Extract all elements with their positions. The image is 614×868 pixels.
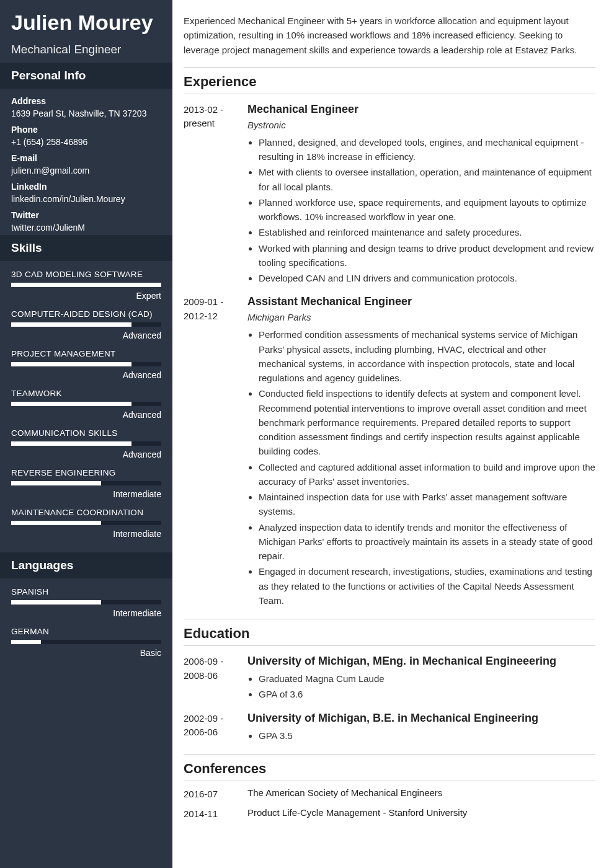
skill-level: Intermediate xyxy=(11,529,161,539)
skill-bar-fill xyxy=(11,521,101,525)
resume-page: Julien Mourey Mechanical Engineer Person… xyxy=(0,0,614,868)
skill-level: Expert xyxy=(11,291,161,301)
person-name: Julien Mourey xyxy=(11,11,161,34)
skill-name: TEAMWORK xyxy=(11,389,161,398)
bullet-item: Worked with planning and design teams to… xyxy=(259,241,595,270)
skill-name: SPANISH xyxy=(11,587,161,596)
entry-dates: 2013-02 - present xyxy=(184,103,236,287)
entry-title: University of Michigan, MEng. in Mechani… xyxy=(247,655,595,668)
entry-dates: 2009-01 - 2012-12 xyxy=(184,295,236,609)
skill-level: Intermediate xyxy=(11,608,161,618)
email-value: julien.m@gmail.com xyxy=(11,166,161,175)
experience-list: 2013-02 - presentMechanical EngineerByst… xyxy=(184,103,595,609)
entry-title: Mechanical Engineer xyxy=(247,103,595,116)
skill-level: Basic xyxy=(11,648,161,658)
bullet-list: Planned, designed, and developed tools, … xyxy=(247,135,595,286)
skill-item: REVERSE ENGINEERINGIntermediate xyxy=(11,468,161,499)
skill-level: Advanced xyxy=(11,450,161,459)
skill-bar xyxy=(11,481,161,485)
bullet-item: Performed condition assessments of mecha… xyxy=(259,327,595,385)
twitter-label: Twitter xyxy=(11,210,161,220)
skill-level: Advanced xyxy=(11,370,161,380)
skill-bar xyxy=(11,362,161,366)
education-list: 2006-09 - 2008-06University of Michigan,… xyxy=(184,655,595,744)
skill-item: 3D CAD MODELING SOFTWAREExpert xyxy=(11,270,161,301)
bullet-item: Graduated Magna Cum Laude xyxy=(259,671,595,686)
linkedin-value: linkedin.com/in/Julien.Mourey xyxy=(11,194,161,204)
languages-list: SPANISHIntermediateGERMANBasic xyxy=(0,578,172,671)
conferences-heading: Conferences xyxy=(184,761,595,777)
entry-title: University of Michigan, B.E. in Mechanic… xyxy=(247,712,595,725)
skill-name: GERMAN xyxy=(11,627,161,636)
personal-info: Address 1639 Pearl St, Nashville, TN 372… xyxy=(0,89,172,235)
divider xyxy=(184,754,595,755)
skill-item: SPANISHIntermediate xyxy=(11,587,161,618)
bullet-list: Performed condition assessments of mecha… xyxy=(247,327,595,608)
bullet-item: Maintained inspection data for use with … xyxy=(259,490,595,519)
bullet-item: Planned workforce use, space requirement… xyxy=(259,195,595,224)
skill-name: REVERSE ENGINEERING xyxy=(11,468,161,477)
bullet-item: GPA of 3.6 xyxy=(259,687,595,701)
divider xyxy=(184,781,595,781)
skill-item: GERMANBasic xyxy=(11,627,161,658)
divider xyxy=(184,645,595,646)
address-label: Address xyxy=(11,96,161,106)
skill-bar-fill xyxy=(11,481,101,485)
entry-dates: 2002-09 - 2006-06 xyxy=(184,712,236,744)
skill-bar-fill xyxy=(11,322,131,327)
summary-text: Experienced Mechanical Engineer with 5+ … xyxy=(184,14,595,57)
email-label: E-mail xyxy=(11,153,161,163)
skill-level: Advanced xyxy=(11,410,161,420)
entry-title: Assistant Mechanical Engineer xyxy=(247,295,595,308)
bullet-item: Met with clients to oversee installation… xyxy=(259,165,595,194)
divider xyxy=(184,619,595,619)
skill-bar-fill xyxy=(11,600,101,604)
address-value: 1639 Pearl St, Nashville, TN 37203 xyxy=(11,108,161,118)
divider xyxy=(184,94,595,94)
conference-date: 2014-11 xyxy=(184,807,236,822)
education-heading: Education xyxy=(184,626,595,642)
skill-bar-fill xyxy=(11,283,161,287)
entry-company: Bystronic xyxy=(247,120,595,130)
skill-name: MAINTENANCE COORDINATION xyxy=(11,508,161,517)
conference-name: Product Life-Cycle Management - Stanford… xyxy=(247,807,467,822)
linkedin-label: LinkedIn xyxy=(11,182,161,192)
conference-row: 2016-07The American Society of Mechanica… xyxy=(184,787,595,802)
divider xyxy=(184,67,595,68)
skill-bar xyxy=(11,322,161,327)
bullet-item: Conducted field inspections to identify … xyxy=(259,386,595,458)
skill-bar xyxy=(11,600,161,604)
skill-bar xyxy=(11,521,161,525)
entry-company: Michigan Parks xyxy=(247,312,595,322)
bullet-item: Engaged in document research, investigat… xyxy=(259,564,595,608)
twitter-value: twitter.com/JulienM xyxy=(11,223,161,232)
bullet-list: GPA 3.5 xyxy=(247,728,595,743)
skill-bar-fill xyxy=(11,640,41,644)
skill-bar xyxy=(11,283,161,287)
bullet-item: Planned, designed, and developed tools, … xyxy=(259,135,595,164)
skill-item: PROJECT MANAGEMENTAdvanced xyxy=(11,349,161,380)
skill-bar xyxy=(11,402,161,406)
sidebar-heading-languages: Languages xyxy=(0,552,172,578)
bullet-item: Established and reinforced maintenance a… xyxy=(259,225,595,239)
bullet-item: Developed CAN and LIN drivers and commun… xyxy=(259,271,595,285)
skill-name: COMMUNICATION SKILLS xyxy=(11,428,161,438)
skill-name: 3D CAD MODELING SOFTWARE xyxy=(11,270,161,279)
skill-level: Intermediate xyxy=(11,489,161,499)
bullet-item: GPA 3.5 xyxy=(259,728,595,743)
phone-label: Phone xyxy=(11,125,161,135)
entry-dates: 2006-09 - 2008-06 xyxy=(184,655,236,703)
experience-entry: 2009-01 - 2012-12Assistant Mechanical En… xyxy=(184,295,595,609)
skill-bar-fill xyxy=(11,362,131,366)
sidebar-heading-personal: Personal Info xyxy=(0,63,172,89)
experience-entry: 2013-02 - presentMechanical EngineerByst… xyxy=(184,103,595,287)
skill-item: COMMUNICATION SKILLSAdvanced xyxy=(11,428,161,459)
skill-bar-fill xyxy=(11,402,131,406)
skill-name: PROJECT MANAGEMENT xyxy=(11,349,161,358)
sidebar: Julien Mourey Mechanical Engineer Person… xyxy=(0,0,172,868)
bullet-item: Analyzed inspection data to identify tre… xyxy=(259,520,595,564)
skill-item: TEAMWORKAdvanced xyxy=(11,389,161,420)
conference-name: The American Society of Mechanical Engin… xyxy=(247,787,442,802)
education-entry: 2002-09 - 2006-06University of Michigan,… xyxy=(184,712,595,744)
skill-name: COMPUTER-AIDED DESIGN (CAD) xyxy=(11,309,161,319)
